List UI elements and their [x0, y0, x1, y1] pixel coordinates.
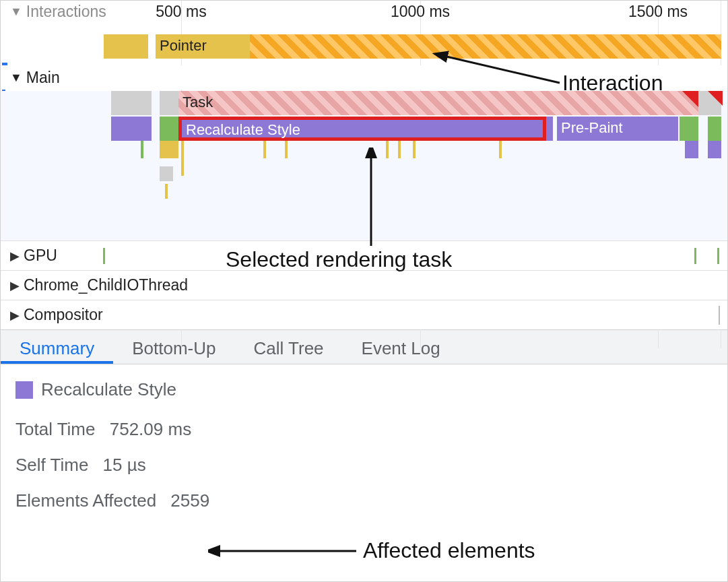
disclosure-down-icon: ▼	[10, 71, 22, 84]
gpu-spike	[103, 248, 105, 264]
summary-title: Recalculate Style	[41, 379, 176, 400]
flame-purple-tiny-2[interactable]	[708, 141, 721, 158]
interaction-long-block[interactable]	[250, 34, 721, 59]
flame-green-lead[interactable]	[160, 117, 178, 141]
time-tick-1000: 1000 ms	[391, 3, 450, 21]
disclosure-right-icon: ▶	[10, 280, 20, 292]
flame-grey-block[interactable]	[111, 91, 152, 115]
flame-tick	[499, 141, 502, 158]
flame-tick	[398, 141, 401, 158]
annotation-affected-elements: Affected elements	[363, 538, 535, 563]
flame-green-block[interactable]	[680, 117, 698, 141]
interaction-block-yellow[interactable]	[104, 34, 148, 59]
disclosure-right-icon: ▶	[10, 309, 20, 321]
pointer-label: Pointer	[160, 37, 207, 55]
long-task-warning-icon	[682, 91, 698, 107]
compositor-track-header[interactable]: ▶ Compositor	[1, 300, 727, 329]
flame-tick	[413, 141, 416, 158]
elements-affected-value: 2559	[170, 490, 209, 511]
details-tabs: Summary Bottom-Up Call Tree Event Log	[1, 329, 727, 364]
interactions-label: Interactions	[26, 3, 106, 21]
self-time-value: 15 µs	[103, 455, 146, 475]
flame-tick	[285, 141, 288, 158]
flame-tick	[141, 141, 143, 158]
interaction-pointer-block[interactable]: Pointer	[156, 34, 250, 59]
flame-tick	[165, 184, 168, 199]
child-io-label: Chrome_ChildIOThread	[24, 276, 188, 294]
summary-color-swatch	[15, 381, 33, 399]
compositor-label: Compositor	[24, 306, 103, 324]
total-time-label: Total Time	[15, 419, 96, 439]
summary-panel: Recalculate Style Total Time 752.09 ms S…	[1, 364, 727, 541]
flame-tick	[386, 141, 389, 158]
arrow-affected-elements	[208, 541, 363, 561]
main-thread-label: Main	[26, 69, 60, 87]
flame-purple-tiny[interactable]	[685, 141, 698, 158]
time-tick-1500: 1500 ms	[628, 3, 688, 21]
task-label: Task	[183, 94, 213, 111]
gpu-label: GPU	[24, 247, 57, 265]
flame-yellow-small[interactable]	[160, 141, 178, 158]
gpu-track-header[interactable]: ▶ GPU	[1, 240, 727, 270]
flame-grey-tiny[interactable]	[160, 166, 173, 181]
child-io-track-header[interactable]: ▶ Chrome_ChildIOThread	[1, 270, 727, 300]
tab-call-tree[interactable]: Call Tree	[235, 330, 343, 364]
total-time-value: 752.09 ms	[110, 419, 191, 439]
elements-affected-label: Elements Affected	[15, 490, 156, 511]
task-block[interactable]: Task	[178, 91, 698, 115]
gpu-spike	[717, 248, 719, 264]
flame-tick	[263, 141, 266, 158]
task-grey-lead[interactable]	[160, 91, 178, 115]
tab-bottom-up[interactable]: Bottom-Up	[113, 330, 234, 364]
time-tick-500: 500 ms	[156, 3, 206, 21]
tab-summary[interactable]: Summary	[1, 330, 113, 364]
recalc-style-label: Recalculate Style	[186, 121, 300, 139]
main-track-header[interactable]: ▼ Main	[1, 65, 727, 90]
gpu-spike	[694, 248, 696, 264]
recalculate-style-block[interactable]: Recalculate Style	[178, 117, 546, 141]
disclosure-right-icon: ▶	[10, 250, 20, 262]
compositor-tick	[719, 306, 720, 325]
prepaint-label: Pre-Paint	[561, 119, 623, 137]
flame-purple-gap[interactable]	[546, 117, 553, 141]
self-time-label: Self Time	[15, 455, 88, 475]
tab-event-log[interactable]: Event Log	[343, 330, 459, 364]
task-warning-icon-2	[708, 91, 723, 106]
flame-purple-small[interactable]	[111, 117, 152, 141]
pre-paint-block[interactable]: Pre-Paint	[557, 117, 678, 141]
disclosure-down-icon: ▼	[10, 5, 22, 18]
flame-green-tail[interactable]	[708, 117, 721, 141]
interactions-track-header[interactable]: ▼ Interactions	[1, 1, 727, 22]
